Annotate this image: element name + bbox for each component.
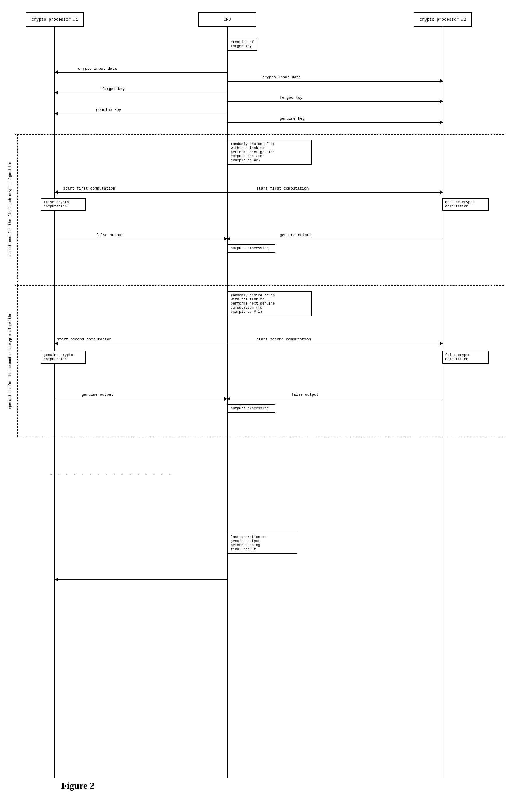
label-crypto-input-cp2: crypto input data bbox=[262, 75, 301, 79]
box-outputs-processing-2: outputs processing bbox=[227, 404, 275, 413]
continuation-dots: - - - - - - - - - - - - - - - - bbox=[50, 472, 172, 477]
arrow-forged-key-to-cp2 bbox=[227, 101, 443, 102]
participant-cp1: crypto processor #1 bbox=[26, 12, 84, 27]
lifeline-cp2 bbox=[443, 27, 443, 778]
label-false-output-1: false output bbox=[96, 233, 124, 237]
label-start-second-cp1: start second computation bbox=[57, 337, 111, 342]
label-start-second-cp2: start second computation bbox=[256, 337, 311, 342]
label-start-first-cp1: start first computation bbox=[63, 186, 115, 191]
dashed-v-left-2 bbox=[17, 285, 18, 437]
box-false-crypto-1: false cryptocomputation bbox=[41, 198, 86, 211]
arrow-final-result bbox=[55, 579, 227, 580]
arrow-false-output-2 bbox=[227, 399, 443, 400]
box-outputs-processing-1: outputs processing bbox=[227, 244, 275, 253]
box-randomly-choice-1: randomly choice of cpwith the task toper… bbox=[227, 140, 312, 165]
box-randomly-choice-2: randomly choice of cpwith the task toper… bbox=[227, 291, 312, 316]
participant-cpu: CPU bbox=[198, 12, 256, 27]
arrow-crypto-input-to-cp2 bbox=[227, 81, 443, 82]
arrow-start-first-to-cp2 bbox=[227, 192, 443, 193]
dashed-v-left-1 bbox=[17, 134, 18, 285]
arrow-genuine-key-to-cp2 bbox=[227, 122, 443, 123]
dashed-separator-3 bbox=[15, 437, 504, 437]
box-genuine-crypto-2: genuine cryptocomputation bbox=[41, 351, 86, 364]
arrow-start-second-to-cp2 bbox=[227, 344, 443, 344]
lifeline-cpu bbox=[227, 27, 227, 778]
box-false-crypto-2: false cryptocomputation bbox=[442, 351, 489, 364]
lifeline-cp1 bbox=[55, 27, 55, 778]
label-genuine-output-1: genuine output bbox=[280, 233, 311, 237]
label-crypto-input-cp1: crypto input data bbox=[78, 67, 117, 71]
arrow-genuine-output-1 bbox=[227, 239, 443, 239]
arrow-genuine-key-to-cp1 bbox=[55, 114, 227, 114]
arrow-start-first-to-cp1 bbox=[55, 192, 227, 193]
label-forged-key-cp1: forged key bbox=[102, 87, 125, 91]
side-label-second: operations for the second sub-crypto alg… bbox=[3, 285, 17, 437]
label-false-output-2: false output bbox=[291, 392, 319, 397]
dashed-separator-2 bbox=[15, 285, 504, 286]
dashed-separator-1 bbox=[15, 134, 504, 134]
box-last-operation: last operation ongenuine outputbefore se… bbox=[227, 533, 297, 554]
label-genuine-key-cp1: genuine key bbox=[96, 108, 121, 112]
box-creation-forged-key: creation offorged key bbox=[227, 38, 257, 50]
label-genuine-output-2: genuine output bbox=[82, 392, 113, 397]
participant-cp2: crypto processor #2 bbox=[414, 12, 472, 27]
label-start-first-cp2: start first computation bbox=[256, 186, 309, 191]
arrow-crypto-input-to-cp1 bbox=[55, 72, 227, 73]
arrow-start-second-to-cp1 bbox=[55, 344, 227, 344]
side-label-first: operations for the first sub crypto-algo… bbox=[3, 134, 17, 285]
arrow-genuine-output-2 bbox=[55, 399, 227, 400]
diagram-container: crypto processor #1 CPU crypto processor… bbox=[0, 0, 532, 812]
arrow-false-output-1 bbox=[55, 239, 227, 239]
arrow-forged-key-to-cp1 bbox=[55, 92, 227, 93]
box-genuine-crypto-1: genuine cryptocomputation bbox=[442, 198, 489, 211]
label-genuine-key-cp2: genuine key bbox=[280, 116, 305, 121]
label-forged-key-cp2: forged key bbox=[280, 96, 303, 100]
figure-caption: Figure 2 bbox=[61, 780, 94, 791]
